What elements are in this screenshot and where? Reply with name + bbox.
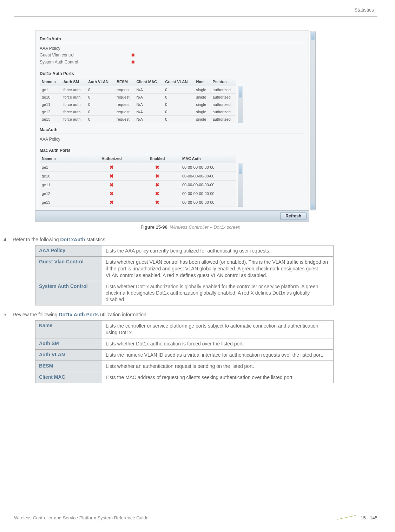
cell-pstatus: authorized xyxy=(211,86,236,94)
cell-authsm: force auth xyxy=(61,101,86,108)
sys-auth-row: System Auth Control ✖ xyxy=(40,59,304,66)
table-row: System Auth ControlLists whether Dot1x a… xyxy=(35,281,334,305)
panel-scrollbar[interactable] xyxy=(310,31,316,210)
desc-cell: Lists the MAC address of requesting clie… xyxy=(102,372,334,383)
cell-host: single xyxy=(194,101,210,108)
cell-pstatus: authorized xyxy=(211,116,236,123)
table-row[interactable]: ge13✖✖00-00-00-00-00-00 xyxy=(40,198,236,207)
scroll-up-icon[interactable] xyxy=(311,32,315,40)
aaa-policy-row: AAA Policy xyxy=(40,45,304,52)
cell-authorized: ✖ xyxy=(89,198,134,207)
authports-def-table: NameLists the controller or service plat… xyxy=(35,320,334,383)
table-row[interactable]: ge1force auth0requestN/A0singleauthorize… xyxy=(40,86,236,94)
cell-enabled: ✖ xyxy=(134,198,180,207)
macauth-title: MacAuth xyxy=(40,127,304,132)
table-row[interactable]: ge13force auth0requestN/A0singleauthoriz… xyxy=(40,116,236,123)
cell-authvlan: 0 xyxy=(86,108,114,116)
footer-guide: Wireless Controller and Service Platform… xyxy=(14,515,149,520)
table-row[interactable]: ge1✖✖00-00-00-00-00-00 xyxy=(40,163,236,172)
authports-title: Dot1x Auth Ports xyxy=(40,71,304,76)
cell-name: ge11 xyxy=(40,181,89,189)
term-cell: Name xyxy=(35,321,102,338)
cell-besm: request xyxy=(114,101,134,108)
col-name[interactable]: Name ⊙ xyxy=(40,78,61,86)
cell-clientmac: N/A xyxy=(134,94,163,101)
cell-host: single xyxy=(194,86,210,94)
x-icon: ✖ xyxy=(131,59,135,65)
guest-vlan-row: Guest Vlan control ✖ xyxy=(40,52,304,59)
macauth-aaa-label: AAA Policy xyxy=(40,137,131,142)
figure-desc: Wireless Controller – Dot1x screen xyxy=(169,224,240,230)
cell-authsm: force auth xyxy=(61,86,86,94)
cell-macauth: 00-00-00-00-00-00 xyxy=(180,198,236,207)
sort-icon: ⊙ xyxy=(53,157,56,161)
term-cell: Guest Vlan Control xyxy=(35,256,102,281)
col-authsm[interactable]: Auth SM xyxy=(61,78,86,86)
col-authvlan[interactable]: Auth VLAN xyxy=(86,78,114,86)
cell-guestvlan: 0 xyxy=(163,108,194,116)
table-row: Client MACLists the MAC address of reque… xyxy=(35,372,334,383)
cell-host: single xyxy=(194,94,210,101)
desc-cell: Lists the controller or service platform… xyxy=(102,321,334,338)
macauth-aaa-row: AAA Policy xyxy=(40,136,304,142)
cell-name: ge1 xyxy=(40,163,89,172)
cell-name: ge12 xyxy=(40,108,61,116)
table-row[interactable]: ge11✖✖00-00-00-00-00-00 xyxy=(40,181,236,189)
cell-guestvlan: 0 xyxy=(163,101,194,108)
cell-besm: request xyxy=(114,94,134,101)
col-name2[interactable]: Name ⊙ xyxy=(40,154,89,163)
col-besm[interactable]: BESM xyxy=(114,78,134,86)
page-footer: Wireless Controller and Service Platform… xyxy=(14,514,377,521)
cell-enabled: ✖ xyxy=(134,163,180,172)
cell-name: ge10 xyxy=(40,94,61,101)
page-number: 15 - 145 xyxy=(361,515,377,520)
table-row[interactable]: ge11force auth0requestN/A0singleauthoriz… xyxy=(40,101,236,108)
figure-label: Figure 15-96 xyxy=(140,224,167,230)
table-row[interactable]: ge12✖✖00-00-00-00-00-00 xyxy=(40,189,236,198)
col-authorized[interactable]: Authorized xyxy=(89,154,134,163)
cell-guestvlan: 0 xyxy=(163,86,194,94)
cell-clientmac: N/A xyxy=(134,108,163,116)
refresh-button[interactable]: Refresh xyxy=(280,212,307,220)
x-icon: ✖ xyxy=(110,200,114,205)
x-icon: ✖ xyxy=(155,191,159,196)
cell-pstatus: authorized xyxy=(211,108,236,116)
desc-cell: Lists whether Dot1x authentication is fo… xyxy=(102,338,334,350)
cell-pstatus: authorized xyxy=(211,94,236,101)
term-cell: Client MAC xyxy=(35,372,102,383)
macports-scrollbar[interactable] xyxy=(238,163,243,207)
cell-pstatus: authorized xyxy=(211,101,236,108)
x-icon: ✖ xyxy=(155,173,159,179)
authports-table: Name ⊙ Auth SM Auth VLAN BESM Client MAC… xyxy=(40,78,236,123)
x-icon: ✖ xyxy=(155,164,159,170)
cell-name: ge10 xyxy=(40,172,89,181)
table-row[interactable]: ge12force auth0requestN/A0singleauthoriz… xyxy=(40,108,236,116)
col-macauth[interactable]: MAC Auth xyxy=(180,154,236,163)
col-enabled[interactable]: Enabled xyxy=(134,154,180,163)
cell-enabled: ✖ xyxy=(134,189,180,198)
cell-authvlan: 0 xyxy=(86,101,114,108)
table-row[interactable]: ge10✖✖00-00-00-00-00-00 xyxy=(40,172,236,181)
authports-scrollbar[interactable] xyxy=(238,86,243,123)
table-row: AAA PolicyLists the AAA policy currently… xyxy=(35,245,334,257)
scrollbar-thumb[interactable] xyxy=(239,164,242,174)
cell-authvlan: 0 xyxy=(86,116,114,123)
cell-enabled: ✖ xyxy=(134,181,180,189)
col-guestvlan[interactable]: Guest VLAN xyxy=(163,78,194,86)
cell-besm: request xyxy=(114,116,134,123)
cell-enabled: ✖ xyxy=(134,172,180,181)
cell-guestvlan: 0 xyxy=(163,94,194,101)
scrollbar-thumb[interactable] xyxy=(239,87,242,97)
col-host[interactable]: Host xyxy=(194,78,210,86)
table-row: BESMLists whether an authentication requ… xyxy=(35,361,334,372)
scroll-down-icon[interactable] xyxy=(311,202,315,209)
cell-name: ge13 xyxy=(40,116,61,123)
macports-title: Mac Auth Ports xyxy=(40,148,304,153)
table-row: NameLists the controller or service plat… xyxy=(35,321,334,338)
desc-cell: Lists the AAA policy currently being uti… xyxy=(102,245,334,257)
x-icon: ✖ xyxy=(110,173,114,179)
col-pstatus[interactable]: Pstatus xyxy=(211,78,236,86)
table-row: Auth VLANLists the numeric VLAN ID used … xyxy=(35,349,334,361)
table-row[interactable]: ge10force auth0requestN/A0singleauthoriz… xyxy=(40,94,236,101)
col-clientmac[interactable]: Client MAC xyxy=(134,78,163,86)
